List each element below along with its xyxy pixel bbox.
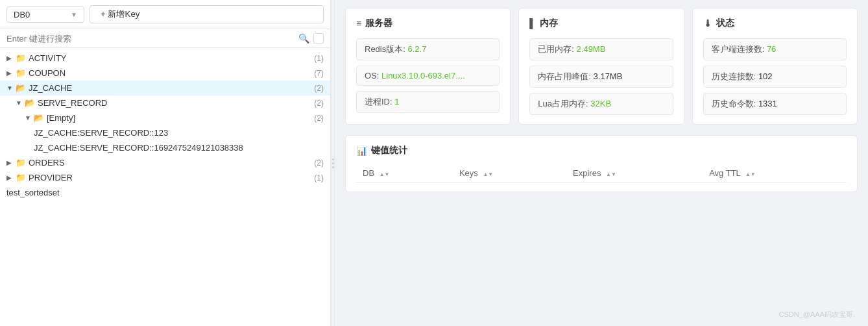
sort-arrows-icon: ▲▼ (606, 172, 616, 177)
sort-arrows-icon: ▲▼ (380, 172, 390, 177)
tree-item-jz-cache[interactable]: ▼ 📂 JZ_CACHE (2) (0, 81, 330, 95)
tree-item-label: ORDERS (29, 158, 309, 168)
os-label: OS: (365, 71, 381, 81)
server-title-text: 服务器 (365, 18, 392, 29)
hist-cmd-value: 1331 (758, 99, 777, 108)
chevron-right-icon: ▶ (6, 55, 14, 62)
divider-dot (332, 166, 334, 168)
status-card: 🌡 状态 客户端连接数: 76 历史连接数: 102 历史命令数: 1331 (692, 8, 858, 125)
tree-item-serve-record[interactable]: ▼ 📂 SERVE_RECORD (2) (0, 95, 330, 110)
tree-item-key2[interactable]: JZ_CACHE:SERVE_RECORD::16924752491210383… (0, 140, 330, 155)
status-card-title: 🌡 状态 (703, 18, 847, 29)
status-stat-items: 客户端连接数: 76 历史连接数: 102 历史命令数: 1331 (703, 38, 847, 115)
folder-icon: 📁 (16, 158, 26, 168)
clients-value: 76 (767, 44, 776, 54)
folder-open-icon: 📂 (25, 98, 35, 108)
kv-chart-icon: 📊 (356, 145, 367, 156)
add-key-label: + 新增Key (101, 8, 139, 20)
tree-item-label: PROVIDER (29, 173, 309, 182)
left-panel: DB0 ▼ + 新增Key 🔍 ▶ 📁 ACTIVITY (1) ▶ 📁 COU… (0, 0, 331, 326)
chevron-down-icon: ▼ (25, 114, 32, 121)
memory-icon: ▌ (529, 18, 536, 29)
memory-title-text: 内存 (540, 18, 558, 29)
status-stat-hist-commands: 历史命令数: 1331 (703, 93, 847, 115)
tree-item-count: (2) (314, 114, 324, 123)
kv-table: DB ▲▼ Keys ▲▼ Expires ▲▼ Avg TTL ▲▼ (356, 164, 847, 182)
chevron-right-icon: ▶ (6, 174, 14, 181)
server-stat-redis-version: Redis版本: 6.2.7 (356, 38, 500, 60)
used-mem-value: 2.49MB (577, 44, 606, 54)
lua-mem-label: Lua占用内存: (538, 99, 590, 108)
folder-icon: 📁 (16, 53, 26, 63)
hist-conn-value: 102 (758, 71, 773, 81)
kv-section: 📊 键值统计 DB ▲▼ Keys ▲▼ Expires ▲▼ Avg TTL … (345, 135, 858, 192)
sort-arrows-icon: ▲▼ (483, 172, 493, 177)
kv-title-text: 键值统计 (371, 145, 407, 157)
memory-card-title: ▌ 内存 (529, 18, 673, 29)
tree-item-label: test_sortedset (6, 188, 324, 197)
kv-section-title: 📊 键值统计 (356, 145, 847, 157)
memory-stat-items: 已用内存: 2.49MB 内存占用峰值: 3.17MB Lua占用内存: 32K… (529, 38, 673, 115)
tree-item-count: (2) (314, 99, 324, 108)
folder-open-icon: 📂 (16, 83, 26, 93)
col-avg-ttl: Avg TTL ▲▼ (703, 164, 847, 182)
tree-item-count: (1) (314, 173, 324, 182)
tree-list: ▶ 📁 ACTIVITY (1) ▶ 📁 COUPON (7) ▼ 📂 JZ_C… (0, 48, 330, 326)
tree-item-count: (7) (314, 69, 324, 78)
filter-icon[interactable] (313, 33, 324, 44)
tree-item-label: [Empty] (47, 113, 309, 123)
add-key-button[interactable]: + 新增Key (90, 5, 324, 23)
col-db: DB ▲▼ (356, 164, 453, 182)
tree-item-count: (1) (314, 54, 324, 63)
tree-item-label: COUPON (29, 68, 309, 78)
server-card: ≡ 服务器 Redis版本: 6.2.7 OS: Linux3.10.0-693… (345, 8, 511, 125)
right-panel: ≡ 服务器 Redis版本: 6.2.7 OS: Linux3.10.0-693… (335, 0, 868, 326)
tree-item-coupon[interactable]: ▶ 📁 COUPON (7) (0, 66, 330, 81)
search-bar: 🔍 (0, 29, 330, 48)
status-icon: 🌡 (703, 18, 712, 29)
folder-icon: 📁 (16, 68, 26, 78)
divider-dots (332, 158, 334, 168)
hist-conn-label: 历史连接数: (712, 71, 758, 81)
tree-item-count: (2) (314, 158, 324, 168)
peak-mem-value: 3.17MB (594, 71, 623, 81)
search-input[interactable] (6, 34, 295, 44)
server-icon: ≡ (356, 18, 361, 29)
used-mem-label: 已用内存: (538, 44, 576, 54)
tree-item-empty[interactable]: ▼ 📂 [Empty] (2) (0, 110, 330, 125)
tree-item-label: JZ_CACHE:SERVE_RECORD::16924752491210383… (34, 143, 324, 153)
hist-cmd-label: 历史命令数: (712, 99, 758, 108)
lua-mem-value: 32KB (590, 99, 611, 108)
folder-open-icon: 📂 (34, 113, 44, 123)
pid-value: 1 (394, 97, 399, 107)
server-stat-os: OS: Linux3.10.0-693.el7.... (356, 66, 500, 86)
tree-item-provider[interactable]: ▶ 📁 PROVIDER (1) (0, 170, 330, 185)
memory-stat-peak: 内存占用峰值: 3.17MB (529, 66, 673, 88)
tree-item-orders[interactable]: ▶ 📁 ORDERS (2) (0, 155, 330, 170)
tree-item-activity[interactable]: ▶ 📁 ACTIVITY (1) (0, 51, 330, 66)
search-icon: 🔍 (298, 33, 309, 44)
memory-stat-used: 已用内存: 2.49MB (529, 38, 673, 60)
clients-label: 客户端连接数: (712, 44, 767, 54)
col-keys: Keys ▲▼ (453, 164, 566, 182)
peak-mem-label: 内存占用峰值: (538, 71, 593, 81)
chevron-right-icon: ▶ (6, 159, 14, 166)
memory-card: ▌ 内存 已用内存: 2.49MB 内存占用峰值: 3.17MB Lua占用内存… (518, 8, 684, 125)
db-selector[interactable]: DB0 ▼ (6, 6, 84, 23)
pid-label: 进程ID: (365, 97, 394, 107)
tree-item-label: JZ_CACHE:SERVE_RECORD::123 (34, 128, 324, 138)
status-stat-hist-connections: 历史连接数: 102 (703, 66, 847, 88)
tree-item-test-sortedset[interactable]: test_sortedset (0, 185, 330, 200)
redis-version-value: 6.2.7 (407, 44, 426, 54)
folder-icon: 📁 (16, 173, 26, 182)
server-stat-items: Redis版本: 6.2.7 OS: Linux3.10.0-693.el7..… (356, 38, 500, 113)
tree-item-label: JZ_CACHE (29, 83, 309, 93)
memory-stat-lua: Lua占用内存: 32KB (529, 93, 673, 115)
chevron-right-icon: ▶ (6, 69, 14, 77)
tree-item-label: ACTIVITY (29, 53, 309, 63)
server-card-title: ≡ 服务器 (356, 18, 500, 29)
sort-arrows-icon: ▲▼ (745, 172, 756, 177)
tree-item-key1[interactable]: JZ_CACHE:SERVE_RECORD::123 (0, 125, 330, 140)
tree-item-label: SERVE_RECORD (38, 98, 309, 108)
status-stat-clients: 客户端连接数: 76 (703, 38, 847, 60)
